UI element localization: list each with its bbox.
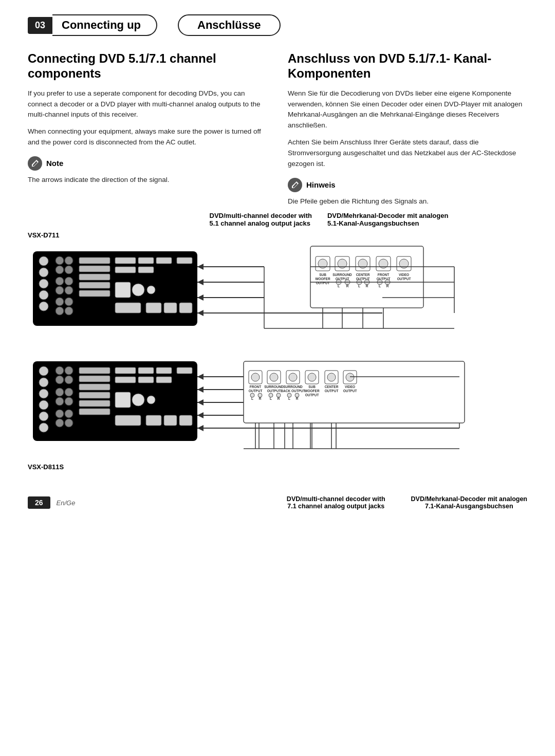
svg-rect-123: [115, 415, 141, 426]
note-icon-de: [288, 178, 302, 192]
note-label-de: Hinweis: [306, 178, 336, 192]
page: 03 Connecting up Anschlüsse Connecting D…: [0, 0, 555, 756]
svg-text:SURROUND: SURROUND: [264, 385, 284, 389]
svg-rect-2: [39, 268, 48, 277]
svg-text:CENTER: CENTER: [325, 385, 339, 389]
svg-text:SURROUND: SURROUND: [283, 385, 303, 389]
note-icon-en: [28, 156, 42, 171]
diagram-caption-top: DVD/multi-channel decoder with 5.1 chann…: [131, 212, 527, 227]
svg-rect-28: [138, 267, 154, 273]
svg-text:FRONT: FRONT: [378, 273, 389, 276]
svg-rect-116: [177, 367, 192, 374]
svg-rect-92: [39, 400, 48, 410]
pencil-icon-de: [291, 181, 299, 189]
svg-rect-35: [179, 303, 192, 313]
svg-rect-32: [115, 303, 141, 313]
svg-point-99: [55, 388, 64, 396]
svg-text:OUTPUT: OUTPUT: [249, 389, 263, 393]
svg-rect-26: [177, 257, 192, 264]
svg-text:R: R: [346, 284, 349, 288]
svg-marker-128: [197, 374, 203, 380]
svg-text:R: R: [386, 284, 389, 288]
diagram-row-1: VSX-D711: [28, 231, 527, 341]
footer-caption-de: DVD/Mehrkanal-Decoder mit analogen 7.1-K…: [411, 495, 527, 510]
svg-point-13: [65, 286, 73, 294]
svg-point-10: [55, 277, 64, 285]
svg-text:OUTPUT: OUTPUT: [267, 389, 281, 393]
svg-text:VIDEO: VIDEO: [399, 273, 409, 276]
svg-point-98: [65, 376, 73, 384]
col-de: Anschluss von DVD 5.1/7.1- Kanal-Kompone…: [283, 51, 527, 207]
svg-rect-1: [39, 256, 48, 266]
caption-top-de: DVD/Mehrkanal-Decoder mit analogen 5.1-K…: [327, 212, 449, 227]
svg-rect-111: [79, 400, 110, 407]
svg-point-100: [65, 388, 73, 396]
svg-text:BACK OUTPUT: BACK OUTPUT: [281, 389, 305, 393]
receiver1-label: VSX-D711: [28, 231, 527, 239]
svg-text:L: L: [288, 397, 290, 400]
svg-point-30: [132, 284, 144, 296]
svg-point-7: [65, 256, 73, 265]
svg-text:OUTPUT: OUTPUT: [316, 281, 330, 285]
svg-text:OUTPUT: OUTPUT: [305, 393, 319, 397]
svg-point-106: [65, 419, 73, 427]
svg-rect-117: [115, 377, 136, 383]
svg-text:R: R: [366, 284, 368, 288]
svg-point-160: [289, 373, 297, 381]
svg-text:R: R: [296, 397, 299, 400]
svg-rect-107: [79, 367, 110, 374]
svg-point-105: [55, 419, 64, 427]
svg-text:FRONT: FRONT: [250, 385, 261, 389]
svg-point-144: [251, 373, 260, 381]
svg-rect-114: [138, 367, 154, 374]
svg-rect-120: [115, 392, 131, 408]
svg-point-103: [55, 410, 64, 418]
svg-point-122: [147, 396, 155, 404]
svg-rect-94: [39, 423, 48, 432]
svg-text:SUB: SUB: [308, 385, 316, 389]
svg-point-97: [55, 376, 64, 384]
svg-point-11: [65, 277, 73, 285]
svg-text:SURROUND: SURROUND: [332, 273, 352, 276]
diagram-area: DVD/multi-channel decoder with 5.1 chann…: [0, 207, 555, 471]
note-box-en: Note: [28, 156, 267, 171]
footer-lang: En/Ge: [57, 499, 76, 507]
svg-text:CENTER: CENTER: [356, 273, 370, 276]
svg-marker-43: [197, 310, 203, 316]
svg-rect-33: [146, 303, 161, 313]
svg-text:WOOFER: WOOFER: [304, 389, 320, 393]
svg-text:R: R: [278, 397, 280, 400]
section-body-de-2: Achten Sie beim Anschluss Ihrer Geräte s…: [288, 137, 527, 170]
note-content-en: Note: [46, 156, 63, 170]
svg-rect-109: [79, 384, 110, 390]
svg-rect-108: [79, 376, 110, 382]
svg-point-15: [65, 298, 73, 306]
header-title-en: Connecting up: [52, 14, 157, 36]
svg-point-121: [132, 394, 144, 406]
footer: 26 En/Ge DVD/multi-channel decoder with …: [0, 486, 555, 515]
svg-rect-21: [79, 282, 110, 288]
content-area: Connecting DVD 5.1/7.1 channel component…: [0, 46, 555, 207]
svg-rect-24: [138, 257, 154, 264]
svg-text:L: L: [270, 397, 272, 400]
svg-point-14: [55, 298, 64, 306]
note-label-en: Note: [46, 156, 63, 170]
svg-rect-110: [79, 392, 110, 398]
svg-point-12: [55, 286, 64, 294]
svg-rect-23: [115, 257, 136, 264]
chapter-badge: 03: [28, 17, 52, 34]
receiver2-label: VSX-D811S: [28, 463, 527, 471]
svg-text:VIDEO: VIDEO: [345, 385, 355, 389]
svg-text:R: R: [259, 397, 262, 400]
section-title-de: Anschluss von DVD 5.1/7.1- Kanal-Kompone…: [288, 51, 527, 81]
svg-rect-25: [156, 257, 172, 264]
section-body-en-1: If you prefer to use a seperate componen…: [28, 88, 267, 121]
header: 03 Connecting up Anschlüsse: [0, 0, 555, 46]
svg-rect-126: [179, 415, 192, 426]
svg-rect-20: [79, 274, 110, 280]
caption-top-en: DVD/multi-channel decoder with 5.1 chann…: [210, 212, 312, 227]
svg-text:OUTPUT: OUTPUT: [325, 389, 339, 393]
svg-point-104: [65, 410, 73, 418]
svg-point-6: [55, 256, 64, 265]
svg-point-102: [65, 397, 73, 405]
